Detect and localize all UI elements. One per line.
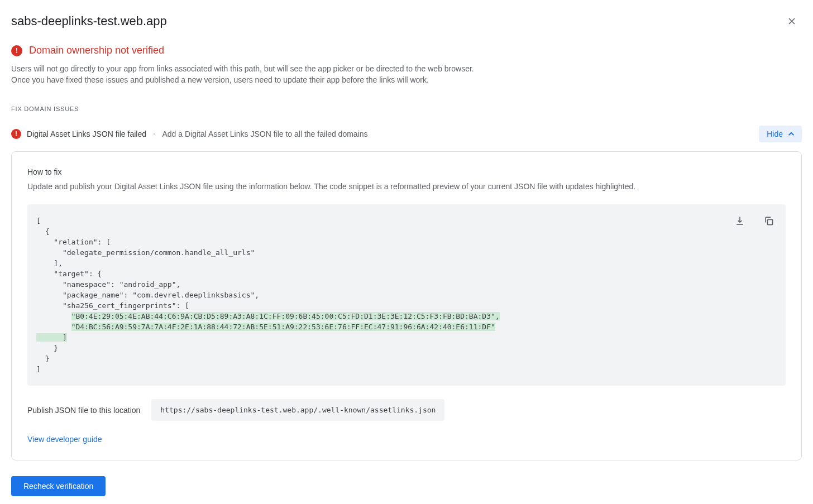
hide-label: Hide xyxy=(767,129,783,138)
section-label: FIX DOMAIN ISSUES xyxy=(11,105,802,112)
warning-header: ! Domain ownership not verified xyxy=(11,45,802,56)
issue-title: Digital Asset Links JSON file failed xyxy=(27,129,146,138)
issue-row: ! Digital Asset Links JSON file failed ·… xyxy=(11,126,802,142)
code-snippet: [ { "relation": [ "delegate_permission/c… xyxy=(27,204,786,386)
howto-title: How to fix xyxy=(27,167,786,176)
publish-row: Publish JSON file to this location https… xyxy=(27,399,786,421)
download-icon xyxy=(734,215,745,227)
howto-description: Update and publish your Digital Asset Li… xyxy=(27,182,786,191)
copy-button[interactable] xyxy=(761,213,777,229)
warning-title: Domain ownership not verified xyxy=(29,45,164,56)
recheck-verification-button[interactable]: Recheck verification xyxy=(11,476,106,496)
publish-url: https://sabs-deeplinks-test.web.app/.wel… xyxy=(151,399,444,421)
copy-icon xyxy=(763,215,774,227)
warning-description: Users will not go directly to your app f… xyxy=(11,63,491,85)
publish-label: Publish JSON file to this location xyxy=(27,406,140,415)
close-button[interactable] xyxy=(782,11,802,31)
developer-guide-link[interactable]: View developer guide xyxy=(27,435,102,444)
fix-card: How to fix Update and publish your Digit… xyxy=(11,151,802,460)
issue-hint: Add a Digital Asset Links JSON file to a… xyxy=(162,129,367,138)
hide-toggle-button[interactable]: Hide xyxy=(759,126,802,142)
error-icon: ! xyxy=(11,129,21,139)
error-icon: ! xyxy=(11,45,22,56)
separator-dot: · xyxy=(153,129,155,139)
close-icon xyxy=(786,16,797,27)
download-button[interactable] xyxy=(732,213,748,229)
svg-rect-0 xyxy=(768,220,773,225)
page-title: sabs-deeplinks-test.web.app xyxy=(11,14,167,28)
chevron-up-icon xyxy=(786,129,796,139)
